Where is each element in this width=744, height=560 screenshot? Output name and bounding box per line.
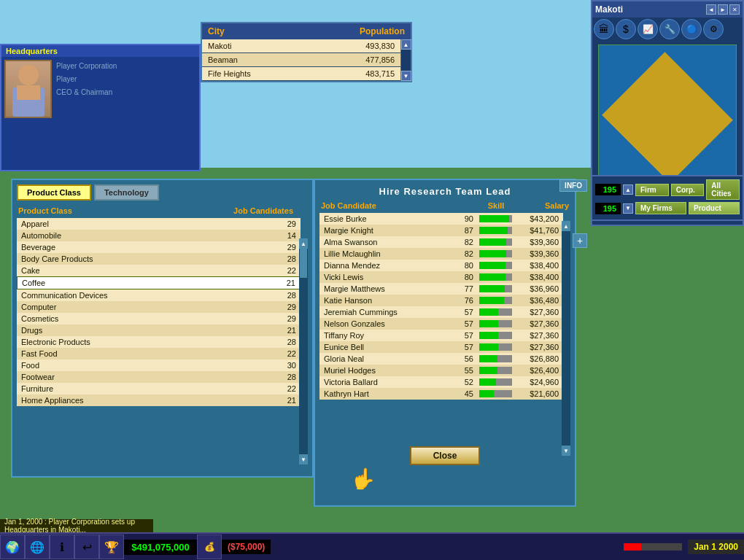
hire-row[interactable]: Katie Hanson 76 $36,480 xyxy=(319,295,563,306)
product-row[interactable]: Footwear28 xyxy=(17,371,301,383)
chart-icon[interactable]: 📈 xyxy=(638,19,658,39)
nav-icon-4[interactable]: ↩ xyxy=(74,534,99,559)
city-row-fife[interactable]: Fife Heights 483,715 xyxy=(202,67,400,81)
product-row[interactable]: Furniture22 xyxy=(17,383,301,394)
product-row[interactable]: Drugs21 xyxy=(17,324,301,336)
tech-icon[interactable]: 🔧 xyxy=(659,19,680,39)
product-scroll-thumb[interactable] xyxy=(300,249,307,278)
hire-scroll-down[interactable]: ▼ xyxy=(562,446,570,456)
city-name-0: Makoti xyxy=(208,42,336,50)
hire-scroll-up[interactable]: ▲ xyxy=(562,221,570,231)
firm-tab[interactable]: Firm xyxy=(635,184,669,196)
extra-icon1[interactable]: 🔵 xyxy=(681,19,702,39)
hire-salary: $27,360 xyxy=(515,308,559,316)
hire-candidate-name: Jeremiah Cummings xyxy=(324,308,454,316)
hire-scrollbar[interactable]: ▲ ▼ xyxy=(562,221,570,456)
product-row-name: Food xyxy=(21,361,274,370)
currency-icon[interactable]: 💰 xyxy=(197,534,222,559)
product-tab[interactable]: Product xyxy=(689,202,740,214)
product-row[interactable]: Body Care Products28 xyxy=(17,253,301,265)
product-scroll-down[interactable]: ▼ xyxy=(299,454,308,464)
info-button[interactable]: INFO xyxy=(559,179,587,192)
add-button[interactable]: + xyxy=(573,233,587,248)
product-scrollbar[interactable]: ▲ ▼ xyxy=(299,238,308,464)
hire-row[interactable]: Nelson Gonzales 57 $27,360 xyxy=(319,318,563,330)
product-row[interactable]: Food30 xyxy=(17,359,301,371)
city-scroll-down[interactable]: ▼ xyxy=(401,71,411,81)
all-cities-tab[interactable]: All Cities xyxy=(706,179,740,200)
product-row[interactable]: Electronic Products28 xyxy=(17,336,301,348)
hire-candidate-name: Nelson Gonzales xyxy=(324,319,454,328)
product-row[interactable]: Communication Devices28 xyxy=(17,289,301,301)
city-row-makoti[interactable]: Makoti 493,830 xyxy=(202,39,400,53)
hire-row[interactable]: Eunice Bell 57 $27,360 xyxy=(319,341,563,353)
nav-icon-1[interactable]: 🌍 xyxy=(0,534,25,559)
product-row[interactable]: Cosmetics29 xyxy=(17,313,301,324)
hire-col-candidate: Job Candidate xyxy=(321,201,474,210)
hire-row[interactable]: Vicki Lewis 80 $38,400 xyxy=(319,271,563,283)
hire-salary: $39,360 xyxy=(515,249,559,258)
product-row-name: Home Appliances xyxy=(21,396,274,405)
nav-icon-2[interactable]: 🌐 xyxy=(25,534,50,559)
city-pop-0: 493,830 xyxy=(336,42,395,50)
building-icon[interactable]: 🏛 xyxy=(594,19,614,39)
skill-bar-container xyxy=(479,215,512,222)
hire-row[interactable]: Lillie Mclaughlin 82 $39,360 xyxy=(319,248,563,260)
minimap-close-btn[interactable]: ✕ xyxy=(729,4,740,15)
hire-candidate-name: Essie Burke xyxy=(324,214,454,223)
corp-tab[interactable]: Corp. xyxy=(671,184,705,196)
hire-row[interactable]: Muriel Hodges 55 $26,400 xyxy=(319,365,563,376)
hire-list: Essie Burke 90 $43,200 Margie Knight 87 … xyxy=(319,213,563,439)
svg-point-0 xyxy=(18,65,39,85)
counter-2-down[interactable]: ▼ xyxy=(623,203,633,214)
hire-row[interactable]: Essie Burke 90 $43,200 xyxy=(319,213,563,225)
counter-1-up[interactable]: ▲ xyxy=(623,184,633,195)
money-icon[interactable]: $ xyxy=(616,19,636,39)
product-row[interactable]: Coffee21 xyxy=(17,276,301,289)
hire-row[interactable]: Tiffany Roy 57 $27,360 xyxy=(319,330,563,341)
product-row-count: 28 xyxy=(274,254,296,263)
nav-icon-5[interactable]: 🏆 xyxy=(99,534,124,559)
city-pop-2: 483,715 xyxy=(336,69,395,78)
hire-row[interactable]: Dianna Mendez 80 $38,400 xyxy=(319,260,563,271)
date-fill xyxy=(624,543,641,551)
skill-bar-container xyxy=(479,332,512,339)
hq-avatar xyxy=(4,60,52,118)
product-class-tab[interactable]: Product Class xyxy=(17,184,91,201)
hire-row[interactable]: Margie Knight 87 $41,760 xyxy=(319,225,563,236)
city-row-beaman[interactable]: Beaman 477,856 xyxy=(202,53,400,67)
product-row[interactable]: Home Appliances21 xyxy=(17,394,301,406)
hire-skill-num: 77 xyxy=(454,284,476,293)
product-list-container: Apparel29Automobile14Beverage29Body Care… xyxy=(12,218,312,444)
my-firms-tab[interactable]: My Firms xyxy=(635,202,686,214)
hq-line2: Player xyxy=(56,73,196,86)
skill-bar xyxy=(479,367,497,374)
product-row[interactable]: Fast Food22 xyxy=(17,348,301,359)
hire-row[interactable]: Gloria Neal 56 $26,880 xyxy=(319,353,563,365)
technology-tab[interactable]: Technology xyxy=(94,184,159,201)
minimap-next-btn[interactable]: ► xyxy=(718,4,728,15)
minimap-prev-btn[interactable]: ◄ xyxy=(706,4,716,15)
extra-icon2[interactable]: ⚙ xyxy=(703,19,724,39)
product-scroll-up[interactable]: ▲ xyxy=(299,238,308,249)
close-button[interactable]: Close xyxy=(410,446,481,465)
hire-row[interactable]: Victoria Ballard 52 $24,960 xyxy=(319,376,563,388)
date-month: Jan xyxy=(694,542,709,552)
hire-skill-num: 57 xyxy=(454,319,476,328)
hire-row[interactable]: Kathryn Hart 45 $21,600 xyxy=(319,388,563,400)
product-row[interactable]: Computer29 xyxy=(17,301,301,313)
counter-2: 195 xyxy=(595,203,621,214)
product-row[interactable]: Cake22 xyxy=(17,265,301,276)
product-row[interactable]: Apparel29 xyxy=(17,218,301,230)
product-row[interactable]: Beverage29 xyxy=(17,241,301,253)
hire-row[interactable]: Margie Matthews 77 $36,960 xyxy=(319,283,563,295)
skill-bar xyxy=(479,227,508,234)
city-scroll-up[interactable]: ▲ xyxy=(401,39,411,50)
city-scrollbar[interactable]: ▲ ▼ xyxy=(400,39,411,81)
hire-row[interactable]: Jeremiah Cummings 57 $27,360 xyxy=(319,306,563,318)
hire-row[interactable]: Alma Swanson 82 $39,360 xyxy=(319,236,563,248)
skill-bar-container xyxy=(479,273,512,281)
nav-icon-3[interactable]: ℹ xyxy=(50,534,74,559)
hq-title: Headquarters xyxy=(1,45,199,57)
product-row[interactable]: Automobile14 xyxy=(17,230,301,241)
